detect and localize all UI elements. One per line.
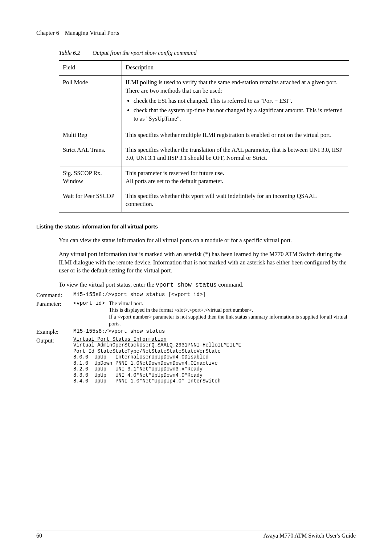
desc-bullets: check the ESI has not changed. This is r… xyxy=(127,97,345,123)
output-body: Virtual AdminOperStackUserQ.SAALQ.2931PN… xyxy=(73,343,242,384)
col-header-description: Description xyxy=(122,61,349,76)
table-caption: Table 6.2Output from the vport show conf… xyxy=(59,49,359,57)
body-text: To view the virtual port status, enter t… xyxy=(59,281,156,288)
example-label: Example: xyxy=(36,328,73,336)
command-block: Command: M15-155s8:/>vport show status [… xyxy=(36,291,356,385)
section-heading: Listing the status information for all v… xyxy=(36,223,359,231)
command-row: Command: M15-155s8:/>vport show status [… xyxy=(36,291,356,299)
cell-field: Sig. SSCOP Rx. Window xyxy=(59,166,122,189)
cell-field: Wait for Peer SSCOP xyxy=(59,189,122,212)
output-label: Output: xyxy=(36,337,73,345)
cell-desc-text: This parameter is reserved for future us… xyxy=(126,170,224,185)
cell-desc: This specifies whether multiple ILMI reg… xyxy=(122,128,349,143)
bullet-item: check that the system up-time has not ch… xyxy=(134,106,345,123)
page-footer: 60 Avaya M770 ATM Switch User's Guide xyxy=(36,531,356,540)
example-row: Example: M15-155s8:/>vport show status xyxy=(36,328,356,336)
example-text: M15-155s8:/>vport show status xyxy=(73,328,356,335)
table-row: Strict AAL Trans. This specifies whether… xyxy=(59,143,349,166)
cell-field: Strict AAL Trans. xyxy=(59,143,122,166)
command-text: M15-155s8:/>vport show status [<vport id… xyxy=(73,291,356,299)
chapter-title: Managing Virtual Ports xyxy=(65,30,119,36)
running-head: Chapter 6 Managing Virtual Ports xyxy=(36,29,359,39)
header-rule xyxy=(36,40,359,40)
parameter-label: Parameter: xyxy=(36,300,73,308)
col-header-field: Field xyxy=(59,61,122,76)
table-row: Sig. SSCOP Rx. Window This parameter is … xyxy=(59,166,349,189)
cell-field: Multi Reg xyxy=(59,128,122,143)
output-block: Virtual Port Status Information Virtual … xyxy=(73,337,356,385)
cell-desc: This specifies whether the translation o… xyxy=(122,143,349,166)
table-header-row: Field Description xyxy=(59,61,349,76)
body-paragraph: Any virtual port information that is mar… xyxy=(59,250,349,275)
parameter-description: The virtual port. This is displayed in t… xyxy=(109,300,356,327)
book-title: Avaya M770 ATM Switch User's Guide xyxy=(263,532,356,540)
table-row: Multi Reg This specifies whether multipl… xyxy=(59,128,349,143)
body-paragraph: You can view the status information for … xyxy=(59,236,349,244)
body-text: command. xyxy=(217,281,243,288)
parameter-row: Parameter: <vport id> The virtual port. … xyxy=(36,300,356,327)
table-row: Poll Mode ILMI polling is used to verify… xyxy=(59,76,349,128)
inline-command: vport show status xyxy=(156,281,217,288)
cell-desc: ILMI polling is used to verify that the … xyxy=(122,76,349,128)
table-title: Output from the vport show config comman… xyxy=(93,50,197,56)
parameter-name: <vport id> xyxy=(73,300,109,327)
body-paragraph: To view the virtual port status, enter t… xyxy=(59,281,349,289)
command-label: Command: xyxy=(36,291,73,299)
table-number: Table 6.2 xyxy=(59,50,80,56)
table-row: Wait for Peer SSCOP This specifies wheth… xyxy=(59,189,349,212)
spec-table: Field Description Poll Mode ILMI polling… xyxy=(59,60,349,212)
cell-desc: This parameter is reserved for future us… xyxy=(122,166,349,189)
output-row: Output: Virtual Port Status Information … xyxy=(36,337,356,385)
cell-field: Poll Mode xyxy=(59,76,122,128)
page-number: 60 xyxy=(36,532,42,540)
desc-intro: ILMI polling is used to verify that the … xyxy=(126,79,338,94)
bullet-item: check the ESI has not changed. This is r… xyxy=(134,97,345,105)
chapter-label: Chapter 6 xyxy=(36,30,59,36)
cell-desc: This specifies whether this vport will w… xyxy=(122,189,349,212)
output-title: Virtual Port Status Information xyxy=(73,337,167,342)
